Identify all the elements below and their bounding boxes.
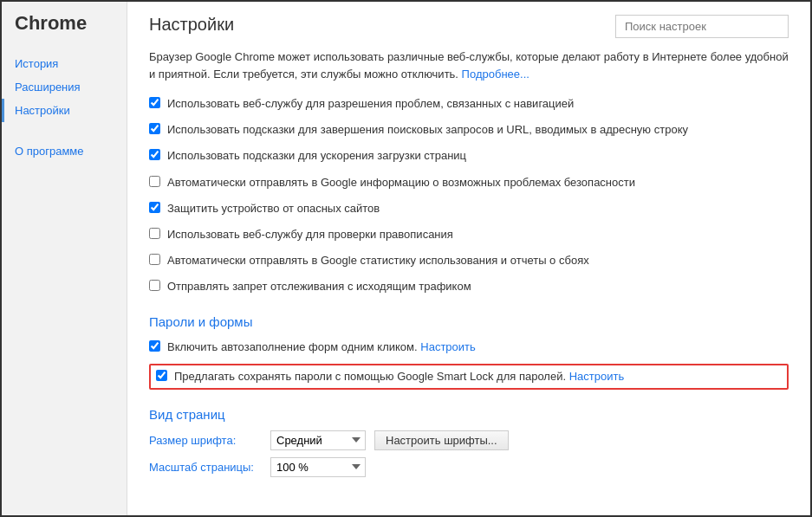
zoom-select[interactable]: 100 % bbox=[270, 457, 366, 477]
checkbox-smartlock[interactable] bbox=[156, 370, 167, 381]
checkbox-row-autofill: Включить автозаполнение форм одним клико… bbox=[149, 338, 789, 357]
top-bar: Настройки bbox=[149, 15, 789, 38]
checkbox-nav[interactable] bbox=[149, 97, 160, 108]
checkbox-row-protect: Защитить устройство от опасных сайтов bbox=[149, 199, 789, 218]
checkbox-label-autofill: Включить автозаполнение форм одним клико… bbox=[167, 339, 476, 355]
checkbox-search[interactable] bbox=[149, 123, 160, 134]
checkbox-protect[interactable] bbox=[149, 202, 160, 213]
checkbox-autofill[interactable] bbox=[149, 340, 160, 352]
zoom-label: Масштаб страницы: bbox=[149, 461, 270, 474]
sidebar-item-extensions[interactable]: Расширения bbox=[2, 75, 127, 99]
web-services-section: Использовать веб-службу для разрешения п… bbox=[149, 94, 789, 297]
view-section-header: Вид страниц bbox=[149, 407, 789, 422]
main-content: Настройки Браузер Google Chrome может ис… bbox=[127, 2, 810, 515]
sidebar-item-settings[interactable]: Настройки bbox=[2, 99, 127, 122]
checkbox-label-protect: Защитить устройство от опасных сайтов bbox=[167, 201, 380, 216]
checkbox-row-security: Автоматически отправлять в Google информ… bbox=[149, 173, 789, 192]
checkbox-label-nav: Использовать веб-службу для разрешения п… bbox=[167, 96, 574, 112]
sidebar: Chrome История Расширения Настройки О пр… bbox=[2, 2, 127, 515]
description-text: Браузер Google Chrome может использовать… bbox=[149, 48, 789, 82]
checkbox-row-smartlock: Предлагать сохранять пароли с помощью Go… bbox=[149, 364, 789, 390]
checkbox-label-security: Автоматически отправлять в Google информ… bbox=[167, 175, 635, 191]
checkbox-row-spelling: Использовать веб-службу для проверки пра… bbox=[149, 225, 789, 244]
sidebar-item-history[interactable]: История bbox=[2, 52, 127, 75]
more-info-link[interactable]: Подробнее... bbox=[462, 68, 529, 81]
zoom-row: Масштаб страницы: 100 % bbox=[149, 457, 789, 477]
view-section: Вид страниц Размер шрифта: Средний Настр… bbox=[149, 407, 789, 477]
checkbox-label-search: Использовать подсказки для завершения по… bbox=[167, 122, 688, 138]
checkbox-label-spelling: Использовать веб-службу для проверки пра… bbox=[167, 227, 453, 242]
checkbox-label-speedup: Использовать подсказки для ускорения заг… bbox=[167, 148, 466, 164]
checkbox-row-speedup: Использовать подсказки для ускорения заг… bbox=[149, 146, 789, 165]
autofill-configure-link[interactable]: Настроить bbox=[420, 340, 476, 353]
sidebar-divider bbox=[2, 122, 127, 139]
app-title: Chrome bbox=[2, 12, 127, 52]
checkbox-stats[interactable] bbox=[149, 254, 160, 265]
checkbox-label-stats: Автоматически отправлять в Google статис… bbox=[167, 253, 589, 268]
checkbox-security[interactable] bbox=[149, 176, 160, 187]
passwords-section-header: Пароли и формы bbox=[149, 314, 789, 329]
checkbox-row-stats: Автоматически отправлять в Google статис… bbox=[149, 251, 789, 270]
font-size-label: Размер шрифта: bbox=[149, 434, 270, 447]
search-input[interactable] bbox=[615, 15, 789, 38]
checkbox-label-smartlock: Предлагать сохранять пароли с помощью Go… bbox=[174, 369, 624, 385]
checkbox-spelling[interactable] bbox=[149, 228, 160, 239]
configure-fonts-button[interactable]: Настроить шрифты... bbox=[374, 430, 509, 450]
checkbox-row-search: Использовать подсказки для завершения по… bbox=[149, 120, 789, 139]
page-title: Настройки bbox=[149, 15, 234, 35]
chrome-settings-window: Chrome История Расширения Настройки О пр… bbox=[0, 0, 812, 517]
smartlock-configure-link[interactable]: Настроить bbox=[569, 370, 625, 383]
sidebar-item-about[interactable]: О программе bbox=[2, 139, 127, 163]
passwords-section: Пароли и формы Включить автозаполнение ф… bbox=[149, 314, 789, 390]
checkbox-row-tracking: Отправлять запрет отслеживания с исходящ… bbox=[149, 277, 789, 296]
font-size-row: Размер шрифта: Средний Настроить шрифты.… bbox=[149, 430, 789, 450]
checkbox-speedup[interactable] bbox=[149, 149, 160, 160]
checkbox-tracking[interactable] bbox=[149, 280, 160, 291]
checkbox-label-tracking: Отправлять запрет отслеживания с исходящ… bbox=[167, 279, 471, 294]
font-size-select[interactable]: Средний bbox=[270, 430, 366, 450]
checkbox-row-nav: Использовать веб-службу для разрешения п… bbox=[149, 94, 789, 113]
